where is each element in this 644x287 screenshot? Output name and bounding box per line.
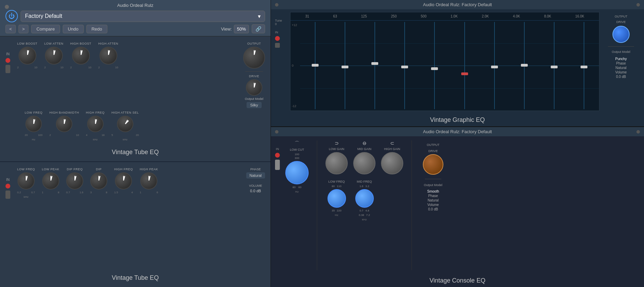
low-atten-scale: 210 [44, 66, 63, 69]
in-led[interactable] [5, 58, 10, 63]
mid-gain-icon: ⊖ [362, 140, 367, 146]
peq-low-freq-knob[interactable] [17, 172, 35, 190]
fader-thumb-1k[interactable] [461, 72, 468, 75]
nav-back-button[interactable]: < [5, 25, 16, 33]
graphic-volume-value: 0.0 dB [615, 75, 627, 79]
peq-low-peak-knob[interactable] [42, 172, 59, 190]
peq-in-toggle[interactable] [5, 191, 10, 199]
console-in-label: IN [276, 147, 279, 151]
redo-button[interactable]: Redo [86, 25, 107, 33]
fader-track-250 [390, 22, 420, 109]
tube-output-model-value[interactable]: Silky [247, 102, 261, 108]
fader-thumb-31[interactable] [312, 64, 319, 67]
graphic-eq-in-led[interactable] [275, 36, 280, 41]
tube-output-section: OUTPUT DRIVE Output Model Silky [243, 42, 265, 108]
low-cut-knob[interactable] [285, 161, 309, 184]
fader-thumb-2k[interactable] [491, 66, 498, 68]
tube-drive-knob[interactable] [246, 79, 262, 96]
freq-label-16k: 16.0K [575, 14, 584, 18]
low-freq-knob-blue[interactable] [327, 189, 346, 208]
graphic-model-punchy[interactable]: Punchy [615, 57, 627, 61]
graphic-eq-close-dot[interactable] [275, 3, 278, 7]
low-gain-knob[interactable] [325, 152, 348, 174]
low-atten-knob[interactable] [45, 47, 63, 65]
graphic-drive-knob[interactable] [612, 26, 630, 43]
mid-freq-knob-blue[interactable] [355, 189, 374, 208]
low-boost-knob[interactable] [19, 47, 36, 65]
fader-track-125 [360, 22, 390, 109]
preset-row: ⏻ Factory Default ▾ [5, 10, 265, 22]
peq-phase-value[interactable]: Natural [246, 172, 265, 179]
high-freq-knob[interactable] [87, 116, 104, 132]
graphic-model-phase[interactable]: Phase [615, 61, 627, 65]
console-in-led[interactable] [275, 153, 280, 158]
high-boost-knob[interactable] [72, 47, 90, 65]
freq-label-4k: 4.0K [513, 14, 520, 18]
fader-thumb-500[interactable] [431, 67, 438, 70]
fader-thumb-8k[interactable] [551, 66, 558, 68]
fader-line-63 [345, 22, 345, 109]
peq-high-peak-knob[interactable] [140, 172, 157, 190]
mid-gain-label: MID GAIN [357, 147, 371, 151]
power-button[interactable]: ⏻ [5, 10, 18, 22]
fader-thumb-125[interactable] [371, 62, 378, 65]
console-drive-knob[interactable] [423, 154, 443, 175]
peq-in-led[interactable] [5, 184, 10, 188]
low-gain-icon: ⊃ [335, 140, 339, 146]
peq-dip-freq-label: DIP FREQ [67, 168, 83, 171]
console-model-natural[interactable]: Natural [427, 198, 439, 202]
high-atten-sel-label: HIGH ATTEN SEL [111, 111, 139, 114]
graphic-eq-grid-body: +12 0 -12 [290, 21, 599, 111]
graphic-volume-label: Volume [615, 70, 627, 74]
window-close-dot[interactable] [5, 5, 9, 9]
console-in-toggle[interactable] [275, 160, 280, 170]
high-gain-knob[interactable] [381, 152, 403, 174]
fader-thumb-250[interactable] [401, 66, 408, 68]
peq-dip-knob[interactable] [90, 172, 107, 190]
console-separator-2 [412, 140, 412, 270]
compare-button[interactable]: Compare [31, 25, 60, 33]
peq-volume-label: VOLUME [249, 184, 262, 187]
view-value[interactable]: 50% [234, 25, 249, 33]
graphic-eq-settings-dot[interactable] [636, 3, 640, 7]
low-freq-knob[interactable] [25, 116, 42, 132]
console-model-smooth[interactable]: Smooth [427, 190, 439, 193]
console-model-phase[interactable]: Phase [427, 194, 439, 198]
peq-high-freq-knob[interactable] [115, 172, 132, 190]
peq-low-freq-group: LOW FREQ 0.20.7 kHz [17, 168, 35, 198]
in-toggle[interactable] [5, 65, 10, 73]
peq-low-freq-unit: kHz [24, 195, 28, 198]
high-atten-knob[interactable] [99, 47, 117, 65]
peq-high-peak-label: HIGH PEAK [140, 168, 158, 171]
tube-output-knob[interactable] [243, 47, 265, 69]
high-atten-sel-knob[interactable] [114, 113, 136, 135]
nav-forward-button[interactable]: > [19, 25, 29, 33]
low-freq-80: 80 [332, 185, 335, 188]
console-eq-close-dot[interactable] [275, 130, 278, 134]
console-eq-settings-dot[interactable] [636, 130, 640, 134]
graphic-output-model-options: Punchy Phase Natural Volume 0.0 dB [615, 57, 627, 79]
mid-freq-scale-top: 1.6 3.2 [359, 185, 369, 188]
graphic-model-natural[interactable]: Natural [615, 66, 627, 70]
peq-high-freq-group: HIGH FREQ 1.54 [114, 168, 133, 194]
left-header: Audio Ordeal Rulz ⏻ Factory Default ▾ < … [0, 0, 271, 36]
peq-controls: IN LOW FREQ 0.20.7 kHz LOW PEAK 18 DIP F… [5, 168, 265, 272]
graphic-eq-in-btn[interactable] [275, 43, 280, 48]
fader-track-1k [450, 22, 479, 109]
db-minus12: -12 [292, 104, 299, 108]
undo-button[interactable]: Undo [63, 25, 84, 33]
peq-dip-freq-knob[interactable] [66, 172, 83, 190]
high-boost-label: HIGH BOOST [70, 42, 92, 45]
high-bandwidth-knob[interactable] [56, 116, 72, 132]
fader-thumb-16k[interactable] [581, 66, 587, 68]
fader-track-16k [569, 22, 599, 109]
graphic-eq-output-section: OUTPUT DRIVE Output Model Punchy Phase N… [602, 12, 640, 111]
fader-thumb-4k[interactable] [521, 64, 528, 67]
low-cut-scale: 160 300 [295, 153, 299, 160]
link-button[interactable]: 🔗 [252, 24, 265, 33]
tube-drive-label: DRIVE [249, 74, 259, 78]
fader-thumb-63[interactable] [342, 66, 348, 68]
mid-gain-knob[interactable] [353, 152, 375, 174]
tube-eq-full-title: Vintage Tube EQ [5, 272, 265, 282]
preset-dropdown[interactable]: Factory Default ▾ [21, 11, 265, 22]
